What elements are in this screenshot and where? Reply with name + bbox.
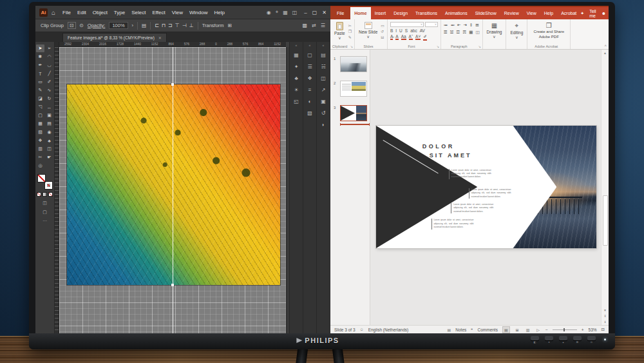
slide-canvas[interactable]: DOLOR SIT AMET Lorem ipsum dolor sit ame…	[376, 126, 596, 248]
ribbon-tab[interactable]: File	[330, 7, 350, 19]
zoom-in-button[interactable]: +	[582, 328, 584, 332]
brushes-icon[interactable]: ✦	[294, 63, 299, 70]
color-guide-icon[interactable]: ▦	[294, 52, 299, 59]
line-tool[interactable]: ╱	[45, 70, 53, 77]
ribbon-tab[interactable]: Animations	[441, 7, 471, 19]
selection-handle-top[interactable]	[171, 83, 174, 86]
align-right-icon[interactable]: ⊐	[168, 23, 173, 28]
maximize-button[interactable]: ▢	[312, 10, 317, 15]
search-icon[interactable]: ⌖	[276, 9, 279, 15]
collapse-panel-icon[interactable]: «	[309, 43, 311, 47]
slide-thumbnail[interactable]: 1	[334, 56, 370, 72]
scroll-up-icon[interactable]: ▲	[603, 51, 607, 55]
layers-icon[interactable]: ▤	[321, 52, 326, 59]
align-icon[interactable]: ☰	[307, 63, 312, 70]
symbols-icon[interactable]: ♣	[294, 75, 298, 82]
zoom-tool[interactable]: ◎	[36, 162, 44, 170]
minimize-button[interactable]: –	[304, 10, 307, 15]
rotate-tool[interactable]: ↻	[45, 95, 53, 103]
ribbon-tab[interactable]: Review	[500, 7, 523, 19]
scroll-down-icon[interactable]: ▼	[603, 308, 607, 312]
align-text-button[interactable]: ◫	[475, 30, 479, 35]
canvas-scrollbar[interactable]	[286, 47, 289, 333]
slideshow-button[interactable]: ▷	[535, 327, 541, 333]
slide-sorter-view-button[interactable]: ⊞	[515, 327, 520, 333]
arrange-documents-icon[interactable]: ◫	[292, 10, 298, 15]
zoom-level[interactable]: 53%	[589, 328, 597, 332]
hand-tool[interactable]: ☛	[45, 153, 53, 161]
shape-builder-tool[interactable]: ▣	[45, 112, 53, 119]
transform-button[interactable]: Transform	[202, 23, 224, 28]
recolor-icon[interactable]: ◱	[294, 98, 299, 105]
char-spacing-button[interactable]: AV	[420, 28, 425, 33]
indent-button[interactable]: ⇥	[463, 23, 466, 28]
power-button[interactable]: ⊙	[587, 336, 596, 344]
new-slide-button[interactable]: New Slide ˅	[357, 22, 379, 39]
asset-export-icon[interactable]: ▣	[321, 98, 326, 105]
screen-mode-icon[interactable]: ▢	[43, 210, 47, 215]
tell-me-button[interactable]: Tell me	[589, 9, 596, 18]
ribbon-tab[interactable]: View	[523, 7, 540, 19]
dialog-launcher-icon[interactable]: ↘	[350, 44, 353, 48]
ribbon-tab[interactable]: Insert	[371, 7, 390, 19]
menu-item[interactable]: Window	[186, 10, 211, 15]
slice-tool[interactable]: ✂	[36, 153, 44, 161]
canvas-area[interactable]: 2592230420161728144011528645762880288576…	[55, 42, 289, 333]
paintbrush-tool[interactable]: ✐	[45, 78, 53, 86]
numbering-button[interactable]: ≕	[450, 23, 455, 28]
previous-slide-button[interactable]: ⇞	[603, 314, 606, 318]
monitor-button[interactable]	[573, 336, 582, 340]
bold-button[interactable]: B	[390, 28, 393, 33]
monitor-button[interactable]	[531, 336, 539, 340]
menu-item[interactable]: Select	[128, 10, 149, 15]
align-top-icon[interactable]: ⊤	[175, 23, 180, 28]
fill-swatch[interactable]	[37, 174, 46, 182]
target-icon[interactable]: ⊙	[80, 23, 84, 28]
width-tool[interactable]: ↔	[45, 103, 53, 111]
align-left-icon[interactable]: ⊏	[155, 23, 159, 28]
document-tab[interactable]: Feature images.ai* @ 8,33 % (CMYK/Previe…	[62, 33, 167, 42]
panel-menu-icon[interactable]: ☰	[321, 23, 325, 28]
selection-tool[interactable]: ➤	[36, 44, 44, 52]
lasso-tool[interactable]: ◠	[45, 53, 53, 61]
menu-item[interactable]: View	[169, 10, 186, 15]
feather-image[interactable]	[67, 84, 280, 285]
curvature-tool[interactable]: ◡	[45, 61, 53, 69]
properties-icon[interactable]: ☵	[321, 63, 325, 70]
align-bottom-icon[interactable]: ⊥	[189, 23, 194, 28]
transparency-grid[interactable]	[59, 47, 286, 333]
pathfinder-icon[interactable]: ❖	[307, 75, 312, 82]
menu-item[interactable]: Effect	[149, 10, 168, 15]
slide-scrollbar[interactable]: ▲ ▼ ⇞ ⇟	[601, 50, 609, 325]
up-button[interactable]: ▴	[559, 336, 567, 344]
format-painter-button[interactable]: ✎	[348, 35, 352, 39]
line-spacing-button[interactable]: ⇕	[469, 23, 473, 28]
slide-thumbnail-preview[interactable]	[340, 56, 367, 72]
mesh-tool[interactable]: ▤	[45, 120, 53, 128]
perspective-grid-tool[interactable]: ▦	[36, 120, 44, 128]
rectangle-tool[interactable]: ▭	[36, 78, 44, 86]
ribbon-tab[interactable]: Home	[350, 7, 370, 19]
paste-button[interactable]: Paste ˅	[333, 22, 346, 41]
menu-item[interactable]: Object	[90, 10, 111, 15]
history-icon[interactable]: ↺	[321, 110, 326, 117]
stroke-icon[interactable]: ≡	[308, 86, 312, 93]
monitor-button[interactable]	[559, 336, 567, 340]
grow-font-button[interactable]: Aˆ	[409, 34, 413, 40]
section-button[interactable]: ⊟	[381, 35, 384, 39]
eyedropper-tool[interactable]: ◉	[45, 128, 53, 136]
dialog-launcher-icon[interactable]: ↘	[437, 44, 439, 48]
scale-tool[interactable]: ◹	[36, 103, 44, 111]
layout-button[interactable]: ▭	[381, 23, 384, 28]
export-icon[interactable]: ↗	[321, 86, 326, 93]
copy-button[interactable]: ❐	[348, 29, 352, 34]
ribbon-tab[interactable]: SlideShow	[471, 7, 500, 19]
pencil-tool[interactable]: ✎	[36, 86, 44, 94]
graph-tool[interactable]: ▥	[36, 145, 44, 153]
none-button[interactable]	[48, 192, 53, 197]
slide-thumbnail-preview[interactable]	[340, 105, 367, 121]
ribbon-tab[interactable]: Design	[390, 7, 412, 19]
menu-item[interactable]: Type	[111, 10, 128, 15]
normal-view-button[interactable]: ▤	[502, 326, 510, 333]
menu-button[interactable]: ☰	[573, 336, 582, 344]
